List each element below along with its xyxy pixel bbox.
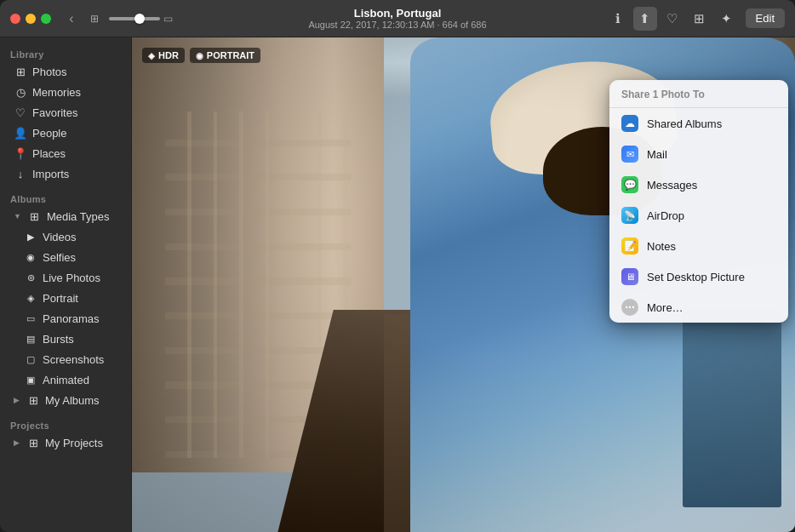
sidebar-label-portrait: Portrait <box>43 292 78 305</box>
title-center: Lisbon, Portugal August 22, 2017, 12:30:… <box>308 7 486 30</box>
memories-icon: ◷ <box>14 85 27 99</box>
sidebar-item-people[interactable]: 👤 People <box>3 123 128 143</box>
sidebar-item-live-photos[interactable]: ⊚ Live Photos <box>3 267 128 288</box>
adjust-button[interactable]: ✦ <box>715 7 739 31</box>
share-item-more[interactable]: ··· More… <box>609 292 788 323</box>
share-label-mail: Mail <box>647 148 667 161</box>
favorite-button[interactable]: ♡ <box>661 7 684 31</box>
sidebar-label-places: Places <box>32 147 66 160</box>
sidebar-label-selfies: Selfies <box>43 251 76 264</box>
places-icon: 📍 <box>14 146 27 160</box>
sidebar-item-bursts[interactable]: ▤ Bursts <box>3 329 128 349</box>
share-label-notes: Notes <box>647 240 676 253</box>
sidebar-item-panoramas[interactable]: ▭ Panoramas <box>3 308 128 329</box>
hdr-badge-icon: ◈ <box>148 51 155 60</box>
sidebar-item-screenshots[interactable]: ▢ Screenshots <box>3 349 128 369</box>
info-button[interactable]: ℹ <box>606 7 630 31</box>
sidebar-label-my-projects: My Projects <box>45 437 103 449</box>
my-albums-icon: ⊞ <box>26 393 40 407</box>
share-item-desktop[interactable]: 🖥 Set Desktop Picture <box>609 261 788 292</box>
share-item-airdrop[interactable]: 📡 AirDrop <box>609 200 788 231</box>
share-label-airdrop: AirDrop <box>647 209 684 222</box>
app-window: ‹ ⊞ ▭ Lisbon, Portugal August 22, 2017, … <box>0 0 795 532</box>
airdrop-icon: 📡 <box>621 207 638 224</box>
panoramas-icon: ▭ <box>24 312 37 325</box>
sidebar-label-panoramas: Panoramas <box>43 312 99 325</box>
sidebar-label-live-photos: Live Photos <box>43 272 100 284</box>
sidebar-item-my-albums[interactable]: ▶ ⊞ My Albums <box>3 390 128 410</box>
sidebar-item-memories[interactable]: ◷ Memories <box>3 82 128 102</box>
photo-location: Lisbon, Portugal <box>308 7 486 20</box>
sidebar-item-media-types[interactable]: ▼ ⊞ Media Types <box>3 206 128 226</box>
sidebar-item-videos[interactable]: ▶ Videos <box>3 226 128 247</box>
expand-my-projects-icon: ▶ <box>14 438 20 447</box>
titlebar: ‹ ⊞ ▭ Lisbon, Portugal August 22, 2017, … <box>0 0 795 37</box>
add-to-album-button[interactable]: ⊞ <box>688 7 712 31</box>
share-dropdown: Share 1 Photo To ☁ Shared Albums ✉ Mail … <box>609 80 788 323</box>
sidebar-item-places[interactable]: 📍 Places <box>3 143 128 163</box>
sidebar-label-memories: Memories <box>32 86 81 99</box>
sidebar-item-my-projects[interactable]: ▶ ⊞ My Projects <box>3 432 128 453</box>
share-label-shared-albums: Shared Albums <box>647 117 722 130</box>
sidebar-label-photos: Photos <box>32 66 66 78</box>
sidebar-item-portrait[interactable]: ◈ Portrait <box>3 288 128 308</box>
projects-section-label: Projects <box>0 415 131 432</box>
minimize-button[interactable] <box>26 14 36 24</box>
sidebar-label-imports: Imports <box>32 168 69 180</box>
edit-button[interactable]: Edit <box>746 9 785 28</box>
share-item-mail[interactable]: ✉ Mail <box>609 139 788 169</box>
shared-albums-icon: ☁ <box>621 115 638 132</box>
mail-icon: ✉ <box>621 146 638 163</box>
portrait-badge: ◉ PORTRAIT <box>190 48 260 63</box>
sidebar-item-selfies[interactable]: ◉ Selfies <box>3 247 128 267</box>
main-layout: Library ⊞ Photos ◷ Memories ♡ Favorites … <box>0 37 795 532</box>
share-button[interactable]: ⬆ <box>633 7 657 31</box>
my-projects-icon: ⊞ <box>26 436 40 449</box>
sidebar-item-favorites[interactable]: ♡ Favorites <box>3 102 128 123</box>
share-label-messages: Messages <box>647 179 697 192</box>
photo-subtitle: August 22, 2017, 12:30:13 AM · 664 of 68… <box>308 20 486 30</box>
sidebar-label-screenshots: Screenshots <box>43 353 104 366</box>
maximize-button[interactable] <box>41 14 51 24</box>
close-button[interactable] <box>10 14 20 24</box>
photos-icon: ⊞ <box>14 65 27 78</box>
portrait-badge-label: PORTRAIT <box>207 50 255 60</box>
share-dropdown-header: Share 1 Photo To <box>609 80 788 108</box>
sidebar-item-animated[interactable]: ▣ Animated <box>3 369 128 390</box>
toolbar-right: ℹ ⬆ ♡ ⊞ ✦ Edit <box>606 7 785 31</box>
screenshots-icon: ▢ <box>24 352 37 366</box>
sidebar-label-people: People <box>32 127 66 140</box>
animated-icon: ▣ <box>24 373 37 386</box>
grid-icon: ⊞ <box>90 13 99 25</box>
share-item-messages[interactable]: 💬 Messages <box>609 169 788 200</box>
zoom-slider[interactable] <box>109 17 160 20</box>
videos-icon: ▶ <box>24 230 37 243</box>
hdr-badge: ◈ HDR <box>142 48 185 63</box>
hdr-badge-label: HDR <box>158 50 179 60</box>
media-types-icon: ⊞ <box>28 209 42 223</box>
messages-icon: 💬 <box>621 176 638 193</box>
expand-my-albums-icon: ▶ <box>14 396 20 404</box>
photo-area: ◈ HDR ◉ PORTRAIT Share 1 Photo To ☁ S <box>132 37 795 532</box>
single-icon: ▭ <box>163 13 173 25</box>
traffic-lights <box>10 14 51 24</box>
view-controls: ⊞ ▭ <box>90 13 173 25</box>
sidebar-label-media-types: Media Types <box>47 210 109 223</box>
portrait-icon: ◈ <box>24 291 37 305</box>
people-icon: 👤 <box>14 126 27 140</box>
portrait-badge-icon: ◉ <box>196 51 203 60</box>
selfies-icon: ◉ <box>24 250 37 264</box>
favorites-icon: ♡ <box>14 106 27 119</box>
sidebar-label-bursts: Bursts <box>43 333 74 346</box>
sidebar-item-photos[interactable]: ⊞ Photos <box>3 61 128 82</box>
photo-badges: ◈ HDR ◉ PORTRAIT <box>142 48 260 63</box>
back-button[interactable]: ‹ <box>61 9 82 29</box>
sidebar-label-animated: Animated <box>43 374 89 386</box>
sidebar-label-videos: Videos <box>43 231 77 243</box>
share-item-notes[interactable]: 📝 Notes <box>609 231 788 261</box>
library-section-label: Library <box>0 44 131 61</box>
sidebar-item-imports[interactable]: ↓ Imports <box>3 163 128 184</box>
sidebar-label-my-albums: My Albums <box>45 394 100 407</box>
share-item-shared-albums[interactable]: ☁ Shared Albums <box>609 108 788 139</box>
bursts-icon: ▤ <box>24 332 37 346</box>
